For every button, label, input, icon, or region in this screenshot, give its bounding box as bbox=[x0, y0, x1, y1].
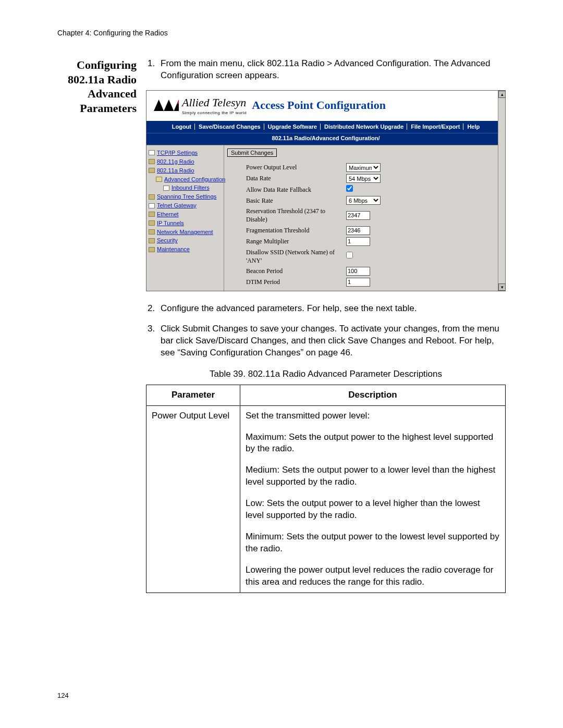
instruction-list-cont: Configure the advanced parameters. For h… bbox=[146, 303, 506, 359]
disallow-ssid-checkbox[interactable] bbox=[346, 252, 353, 258]
sidebar-nav: TCP/IP Settings 802.11g Radio 802.11a Ra… bbox=[146, 145, 224, 291]
nav-security[interactable]: Security bbox=[149, 236, 222, 245]
page-icon bbox=[149, 203, 155, 208]
page-number: 124 bbox=[57, 692, 69, 699]
fragmentation-input[interactable] bbox=[346, 226, 370, 235]
menu-file-import-export[interactable]: File Import/Export bbox=[411, 124, 463, 130]
folder-icon bbox=[149, 194, 155, 200]
basic-rate-select[interactable]: 6 Mbps bbox=[346, 196, 381, 205]
nav-tcpip[interactable]: TCP/IP Settings bbox=[149, 149, 222, 157]
label-reservation: Reservation Threshold (2347 to Disable) bbox=[227, 207, 346, 224]
config-form: Submit Changes Power Output Level Maximu… bbox=[224, 145, 505, 291]
label-beacon: Beacon Period bbox=[227, 267, 346, 275]
label-power-output: Power Output Level bbox=[227, 163, 346, 171]
desc-line: Low: Sets the output power to a level hi… bbox=[246, 498, 500, 522]
menu-help[interactable]: Help bbox=[467, 124, 480, 130]
chapter-header: Chapter 4: Configuring the Radios bbox=[57, 29, 506, 37]
label-dtim: DTIM Period bbox=[227, 278, 346, 286]
desc-line: Minimum: Sets the output power to the lo… bbox=[246, 531, 500, 555]
table-caption: Table 39. 802.11a Radio Advanced Paramet… bbox=[146, 368, 506, 380]
desc-line: Set the transmitted power level: bbox=[246, 410, 500, 422]
label-range-mult: Range Multiplier bbox=[227, 237, 346, 245]
label-allow-fallback: Allow Data Rate Fallback bbox=[227, 186, 346, 194]
heading-line: Parameters bbox=[57, 101, 137, 116]
logo-mark-icon bbox=[154, 100, 179, 111]
page-title: Access Point Configuration bbox=[252, 97, 386, 113]
th-description: Description bbox=[240, 385, 506, 405]
nav-ethernet[interactable]: Ethernet bbox=[149, 210, 222, 219]
folder-icon bbox=[149, 212, 155, 217]
reservation-input[interactable] bbox=[346, 211, 370, 220]
menu-dist-upgrade[interactable]: Distributed Network Upgrade bbox=[324, 124, 407, 130]
nav-advanced-config[interactable]: Advanced Configuration bbox=[149, 175, 222, 184]
scrollbar[interactable]: ▴ ▾ bbox=[498, 91, 505, 291]
cell-description: Set the transmitted power level: Maximum… bbox=[240, 405, 506, 593]
table-row: Power Output Level Set the transmitted p… bbox=[146, 405, 506, 593]
folder-icon bbox=[149, 159, 155, 164]
nav-telnet-gw[interactable]: Telnet Gateway bbox=[149, 201, 222, 210]
step-3: Click Submit Changes to save your change… bbox=[157, 323, 506, 359]
nav-inbound-filters[interactable]: Inbound Filters bbox=[149, 183, 222, 192]
th-parameter: Parameter bbox=[146, 385, 240, 405]
label-disallow-ssid: Disallow SSID (Network Name) of 'ANY' bbox=[227, 248, 346, 265]
nav-80211a[interactable]: 802.11a Radio bbox=[149, 166, 222, 175]
vendor-logo: Allied Telesyn Simply connecting the IP … bbox=[154, 95, 247, 116]
page-icon bbox=[163, 186, 169, 191]
desc-line: Medium: Sets the output power to a lower… bbox=[246, 464, 500, 488]
menu-bar: Logout Save/Discard Changes Upgrade Soft… bbox=[146, 121, 505, 133]
folder-icon bbox=[149, 238, 155, 243]
menu-upgrade-software[interactable]: Upgrade Software bbox=[268, 124, 321, 130]
menu-logout[interactable]: Logout bbox=[172, 124, 195, 130]
parameter-table: Parameter Description Power Output Level… bbox=[146, 385, 506, 593]
folder-icon bbox=[149, 247, 155, 252]
beacon-input[interactable] bbox=[346, 267, 370, 276]
section-heading: Configuring 802.11a Radio Advanced Param… bbox=[57, 58, 146, 115]
folder-icon bbox=[149, 229, 155, 235]
data-rate-select[interactable]: 54 Mbps bbox=[346, 174, 381, 183]
breadcrumb: 802.11a Radio/Advanced Configuration/ bbox=[146, 133, 505, 145]
folder-icon bbox=[149, 220, 155, 226]
cell-param: Power Output Level bbox=[146, 405, 240, 593]
nav-spanning-tree[interactable]: Spanning Tree Settings bbox=[149, 192, 222, 201]
nav-maintenance[interactable]: Maintenance bbox=[149, 245, 222, 254]
heading-line: 802.11a Radio bbox=[57, 72, 137, 87]
dtim-input[interactable] bbox=[346, 278, 370, 287]
desc-line: Maximum: Sets the output power to the hi… bbox=[246, 431, 500, 455]
scroll-down-icon[interactable]: ▾ bbox=[498, 283, 506, 291]
allow-fallback-checkbox[interactable] bbox=[346, 185, 353, 192]
power-output-select[interactable]: Maximum bbox=[346, 163, 381, 172]
step-1: From the main menu, click 802.11a Radio … bbox=[157, 58, 506, 82]
folder-open-icon bbox=[156, 177, 162, 182]
step-2: Configure the advanced parameters. For h… bbox=[157, 303, 506, 315]
range-mult-input[interactable] bbox=[346, 237, 370, 246]
label-fragmentation: Fragmentation Threshold bbox=[227, 226, 346, 235]
nav-80211g[interactable]: 802.11g Radio bbox=[149, 157, 222, 166]
label-data-rate: Data Rate bbox=[227, 174, 346, 182]
heading-line: Advanced bbox=[57, 87, 137, 101]
page-icon bbox=[149, 150, 155, 155]
label-basic-rate: Basic Rate bbox=[227, 196, 346, 205]
nav-ip-tunnels[interactable]: IP Tunnels bbox=[149, 219, 222, 228]
nav-network-mgmt[interactable]: Network Management bbox=[149, 228, 222, 237]
desc-line: Lowering the power output level reduces … bbox=[246, 564, 500, 588]
menu-save-discard[interactable]: Save/Discard Changes bbox=[199, 124, 264, 130]
config-screenshot: ▴ ▾ Allied Telesyn Simply connecting the… bbox=[146, 90, 506, 291]
instruction-list: From the main menu, click 802.11a Radio … bbox=[146, 58, 506, 82]
scroll-up-icon[interactable]: ▴ bbox=[498, 91, 506, 98]
folder-icon bbox=[149, 168, 155, 173]
heading-line: Configuring bbox=[57, 58, 137, 72]
submit-changes-button[interactable]: Submit Changes bbox=[227, 149, 277, 157]
logo-text: Allied Telesyn bbox=[182, 95, 247, 110]
logo-subtext: Simply connecting the IP world bbox=[182, 110, 247, 116]
